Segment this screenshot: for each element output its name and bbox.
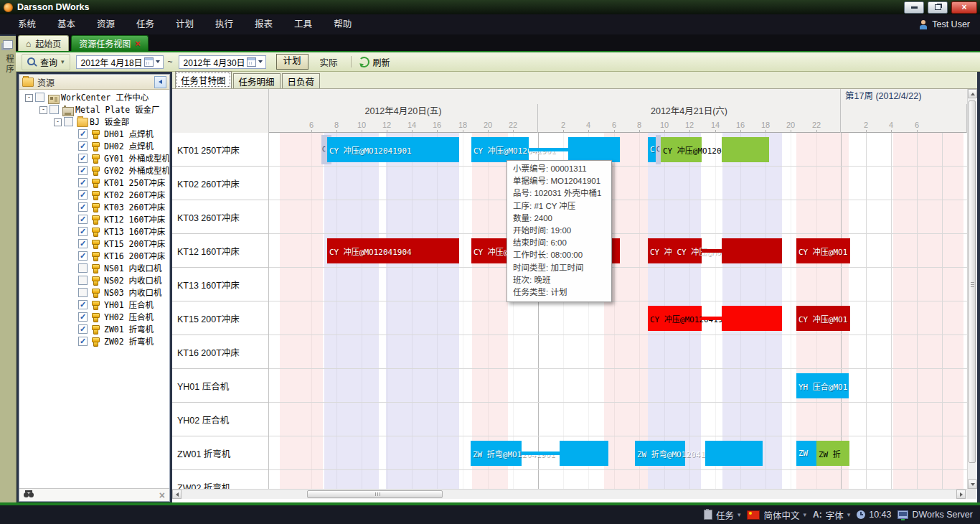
query-button[interactable]: 查询 ▾ bbox=[22, 54, 70, 70]
tree-node[interactable]: -BJ 钣金部 bbox=[19, 116, 169, 128]
horizontal-scrollbar-thumb[interactable] bbox=[307, 490, 443, 498]
gantt-bar[interactable]: YH 压合@MO1 bbox=[796, 373, 849, 398]
restore-button[interactable] bbox=[928, 1, 948, 14]
menu-item[interactable]: 基本 bbox=[47, 14, 86, 34]
gantt-tab[interactable]: 日负荷 bbox=[282, 73, 321, 88]
tree-checkbox[interactable] bbox=[35, 93, 44, 102]
tree-node[interactable]: ✓KT13 160T冲床 bbox=[19, 226, 169, 238]
tree-expander[interactable]: - bbox=[54, 118, 62, 126]
calendar-icon[interactable] bbox=[144, 57, 154, 67]
tree-checkbox[interactable]: ✓ bbox=[78, 166, 88, 175]
tree-node[interactable]: NS02 内收口机 bbox=[19, 275, 169, 287]
tree-checkbox[interactable] bbox=[78, 263, 88, 273]
gantt-bar[interactable] bbox=[568, 137, 620, 162]
tab-home[interactable]: ⌂ 起始页 bbox=[18, 35, 69, 51]
gantt-bar[interactable] bbox=[722, 306, 782, 331]
menu-item[interactable]: 任务 bbox=[126, 14, 165, 34]
menu-item[interactable]: 执行 bbox=[204, 14, 244, 34]
menu-item[interactable]: 报表 bbox=[244, 14, 283, 34]
gantt-bar[interactable] bbox=[560, 441, 608, 466]
tree-node[interactable]: ✓ZW02 折弯机 bbox=[19, 336, 169, 348]
date-from-field[interactable]: 2012年 4月18日 bbox=[76, 55, 164, 69]
tree-expander[interactable]: - bbox=[39, 106, 47, 114]
gantt-bar[interactable]: CY 冲压@MO12041901 bbox=[471, 137, 529, 162]
gantt-bar[interactable]: ZW 折 bbox=[816, 441, 849, 466]
tree-checkbox[interactable]: ✓ bbox=[78, 337, 88, 346]
tree-node[interactable]: ✓GY01 外桶成型机 bbox=[19, 153, 169, 165]
refresh-button[interactable]: 刷新 bbox=[359, 56, 390, 68]
gantt-bar[interactable]: CY 冲 CY 冲压@MO12041904 bbox=[648, 238, 702, 263]
minimize-button[interactable] bbox=[904, 1, 924, 14]
tree-node[interactable]: ✓KT03 260T冲床 bbox=[19, 202, 169, 214]
tree-expander[interactable]: - bbox=[25, 94, 33, 102]
tree-checkbox[interactable]: ✓ bbox=[78, 215, 88, 224]
tree-checkbox[interactable]: ✓ bbox=[78, 141, 88, 151]
gantt-bar[interactable]: CY 冲压@MO12041904 bbox=[327, 238, 459, 263]
query-dropdown-icon[interactable]: ▾ bbox=[61, 58, 65, 65]
tree-node[interactable]: ✓YH01 压合机 bbox=[19, 299, 169, 312]
tree-checkbox[interactable] bbox=[64, 117, 73, 126]
chevron-down-icon[interactable]: ▾ bbox=[738, 511, 741, 518]
gantt-bar[interactable]: CY 冲压@MO12041901 bbox=[327, 137, 459, 162]
vertical-scrollbar-thumb[interactable] bbox=[969, 100, 976, 463]
tree-checkbox[interactable] bbox=[78, 288, 88, 297]
tree-checkbox[interactable]: ✓ bbox=[78, 312, 88, 322]
status-item[interactable]: DWorks Server bbox=[897, 510, 973, 520]
gantt-bar[interactable]: ZW 折弯@MO12041901 bbox=[471, 441, 522, 466]
menu-item[interactable]: 工具 bbox=[283, 14, 323, 34]
scroll-up-button[interactable] bbox=[968, 89, 977, 98]
calendar-icon[interactable] bbox=[247, 57, 256, 67]
gantt-bar[interactable]: ZW 折弯@MO12041901 bbox=[635, 441, 685, 466]
menu-item[interactable]: 帮助 bbox=[323, 14, 362, 34]
date-from-dropdown-icon[interactable] bbox=[156, 60, 160, 63]
close-button[interactable]: × bbox=[951, 1, 977, 14]
actual-toggle-button[interactable]: 实际 bbox=[314, 55, 344, 69]
status-item[interactable]: 10:43 bbox=[857, 510, 891, 520]
menu-item[interactable]: 计划 bbox=[165, 14, 204, 34]
gantt-bar-connector[interactable] bbox=[522, 452, 560, 455]
plan-toggle-button[interactable]: 计划 bbox=[276, 54, 308, 70]
vertical-scrollbar[interactable] bbox=[967, 89, 976, 489]
tree-checkbox[interactable]: ✓ bbox=[78, 178, 88, 187]
gantt-bar-connector[interactable] bbox=[702, 317, 722, 320]
collapse-panel-button[interactable] bbox=[154, 76, 166, 88]
tree-node[interactable]: ✓GY02 外桶成型机 bbox=[19, 165, 169, 177]
tree-checkbox[interactable]: ✓ bbox=[78, 202, 88, 212]
gantt-bar[interactable]: CY 冲压@MO1 bbox=[796, 238, 850, 263]
gantt-bar-connector[interactable] bbox=[702, 249, 722, 253]
tree-node[interactable]: ✓KT12 160T冲床 bbox=[19, 214, 169, 226]
gantt-bar[interactable]: C bbox=[648, 137, 656, 162]
tree-node[interactable]: -Metal Plate 钣金厂 bbox=[19, 104, 169, 116]
user-indicator[interactable]: Test User bbox=[919, 19, 970, 29]
tree-node[interactable]: ✓DH02 点焊机 bbox=[19, 141, 169, 153]
status-item[interactable]: 任务▾ bbox=[704, 508, 741, 522]
tree-checkbox[interactable] bbox=[50, 105, 59, 114]
date-to-field[interactable]: 2012年 4月30日 bbox=[179, 55, 266, 69]
scroll-down-button[interactable] bbox=[968, 479, 977, 489]
gantt-bar[interactable] bbox=[722, 137, 769, 162]
gantt-bar-connector[interactable] bbox=[529, 148, 568, 151]
tree-checkbox[interactable]: ✓ bbox=[78, 154, 88, 163]
tree-node[interactable]: ✓ZW01 折弯机 bbox=[19, 324, 169, 336]
gantt-bar[interactable]: CY 冲压@MO12041902 bbox=[661, 137, 702, 162]
panel-close-icon[interactable]: × bbox=[159, 491, 165, 500]
tree-checkbox[interactable]: ✓ bbox=[78, 300, 88, 309]
scroll-right-button[interactable] bbox=[956, 490, 966, 499]
windows-stack-icon[interactable] bbox=[3, 40, 13, 49]
tree-node[interactable]: -WorkCenter 工作中心 bbox=[19, 92, 169, 104]
tree-node[interactable]: ✓KT16 200T冲床 bbox=[19, 251, 169, 263]
tree-node[interactable]: ✓YH02 压合机 bbox=[19, 312, 169, 324]
gantt-tab[interactable]: 任务甘特图 bbox=[175, 71, 232, 88]
status-item[interactable]: 简体中文▾ bbox=[747, 508, 806, 522]
tree-checkbox[interactable] bbox=[78, 276, 88, 285]
gantt-tab[interactable]: 任务明细 bbox=[233, 73, 281, 88]
date-to-dropdown-icon[interactable] bbox=[258, 60, 263, 63]
chevron-down-icon[interactable]: ▾ bbox=[803, 511, 806, 518]
tree-node[interactable]: NS01 内收口机 bbox=[19, 263, 169, 275]
gantt-bar[interactable]: CY 冲压@MO1 bbox=[796, 306, 850, 331]
tree-checkbox[interactable]: ✓ bbox=[78, 251, 88, 261]
tree-node[interactable]: ✓DH01 点焊机 bbox=[19, 128, 169, 141]
search-binoculars-icon[interactable] bbox=[24, 492, 29, 497]
menu-item[interactable]: 资源 bbox=[86, 14, 126, 34]
status-item[interactable]: A:字体▾ bbox=[813, 508, 850, 522]
